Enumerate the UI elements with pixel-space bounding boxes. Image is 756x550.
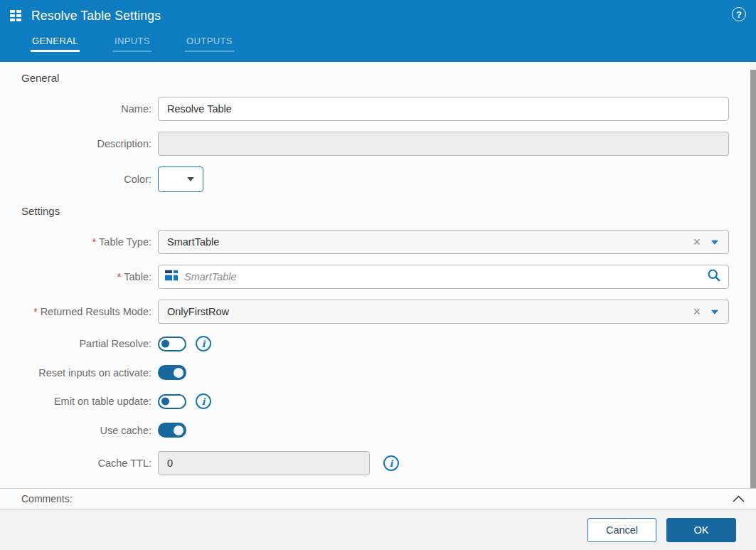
chevron-up-icon	[733, 495, 745, 502]
table-lookup-input[interactable]	[158, 265, 729, 289]
reset-inputs-on-activate-toggle[interactable]	[158, 365, 186, 380]
dialog-footer: Cancel OK	[0, 509, 756, 550]
dialog-header: Resolve Table Settings ? GENERAL INPUTS …	[0, 0, 756, 62]
partial-resolve-label: Partial Resolve:	[21, 338, 158, 349]
partial-resolve-row: Partial Resolve: i	[21, 336, 729, 351]
reset-inputs-on-activate-row: Reset inputs on activate:	[21, 365, 729, 380]
table-type-value: SmartTable	[167, 236, 219, 248]
color-field-row: Color:	[21, 166, 729, 192]
required-marker: *	[33, 306, 37, 317]
color-dropdown[interactable]	[158, 166, 203, 192]
description-label: Description:	[21, 138, 158, 149]
table-grid-icon[interactable]	[10, 10, 21, 21]
required-marker: *	[117, 271, 121, 282]
form-scroll-area: General Name: Description: Color: Settin…	[0, 62, 756, 488]
emit-on-table-update-toggle[interactable]	[158, 394, 186, 409]
comments-bar: Comments:	[0, 488, 756, 509]
smarttable-icon	[165, 270, 179, 284]
returned-results-mode-value: OnlyFirstRow	[167, 306, 229, 317]
cache-ttl-input[interactable]	[158, 451, 370, 475]
name-field-row: Name:	[21, 97, 729, 121]
chevron-down-icon[interactable]	[711, 240, 718, 245]
use-cache-toggle[interactable]	[158, 423, 186, 438]
emit-on-table-update-row: Emit on table update: i	[21, 393, 729, 409]
table-type-label: *Table Type:	[21, 236, 158, 248]
cache-ttl-label: Cache TTL:	[21, 458, 158, 469]
info-icon[interactable]: i	[196, 393, 211, 409]
tab-outputs[interactable]: OUTPUTS	[185, 31, 234, 52]
color-label: Color:	[21, 174, 158, 185]
settings-section-heading: Settings	[21, 205, 729, 217]
cancel-button[interactable]: Cancel	[587, 518, 656, 542]
titlebar: Resolve Table Settings ?	[0, 0, 756, 31]
returned-results-mode-field-row: *Returned Results Mode: OnlyFirstRow ×	[21, 300, 729, 324]
partial-resolve-toggle[interactable]	[158, 337, 186, 351]
table-field-row: *Table:	[21, 265, 729, 289]
description-field-row: Description:	[21, 132, 729, 156]
clear-icon[interactable]: ×	[693, 236, 701, 248]
name-input[interactable]	[158, 97, 729, 121]
dialog-title: Resolve Table Settings	[31, 9, 161, 23]
info-icon[interactable]: i	[383, 455, 399, 471]
comments-label: Comments:	[21, 493, 73, 504]
table-type-field-row: *Table Type: SmartTable ×	[21, 230, 729, 254]
returned-results-mode-label: *Returned Results Mode:	[21, 306, 158, 317]
chevron-down-icon[interactable]	[711, 310, 718, 314]
name-label: Name:	[21, 103, 158, 115]
clear-icon[interactable]: ×	[693, 305, 701, 318]
info-icon[interactable]: i	[196, 336, 211, 351]
use-cache-label: Use cache:	[21, 425, 158, 436]
scrollbar-track[interactable]	[750, 62, 756, 488]
table-type-dropdown[interactable]: SmartTable ×	[158, 230, 729, 254]
tab-inputs[interactable]: INPUTS	[113, 31, 151, 52]
tab-inputs-label: INPUTS	[115, 36, 150, 46]
tab-outputs-label: OUTPUTS	[186, 36, 233, 46]
cache-ttl-field-row: Cache TTL: i	[21, 451, 729, 475]
returned-results-mode-dropdown[interactable]: OnlyFirstRow ×	[158, 300, 729, 324]
help-icon[interactable]: ?	[732, 7, 746, 21]
description-input[interactable]	[158, 132, 729, 156]
tab-bar: GENERAL INPUTS OUTPUTS	[0, 31, 756, 62]
required-marker: *	[92, 236, 96, 248]
scrollbar-thumb[interactable]	[750, 70, 756, 488]
table-label: *Table:	[21, 271, 158, 282]
general-section-heading: General	[21, 72, 729, 84]
tab-general-label: GENERAL	[32, 36, 78, 46]
emit-on-table-update-label: Emit on table update:	[21, 396, 158, 407]
search-icon[interactable]	[707, 268, 721, 285]
reset-inputs-on-activate-label: Reset inputs on activate:	[21, 367, 158, 379]
use-cache-row: Use cache:	[21, 423, 729, 438]
tab-general[interactable]: GENERAL	[31, 31, 80, 52]
collapse-comments-button[interactable]	[733, 495, 745, 502]
ok-button[interactable]: OK	[666, 518, 736, 542]
chevron-down-icon[interactable]	[187, 177, 194, 181]
